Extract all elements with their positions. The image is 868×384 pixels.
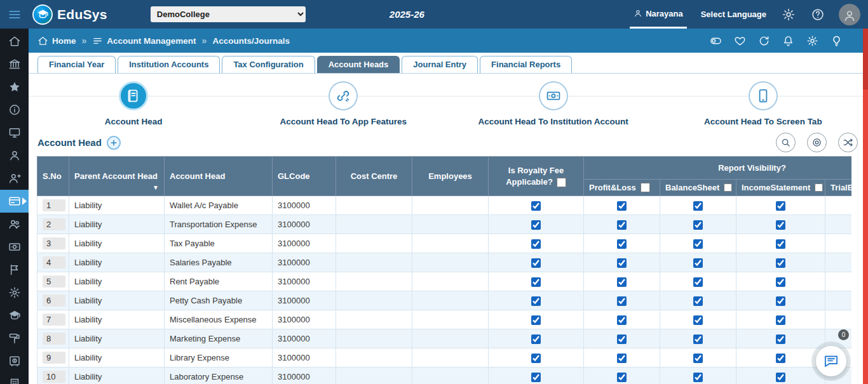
profit-loss-checkbox[interactable] bbox=[617, 296, 627, 306]
balance-sheet-checkbox[interactable] bbox=[693, 334, 703, 344]
profit-loss-checkbox[interactable] bbox=[617, 220, 627, 230]
parent-account-head-cell: Liability bbox=[69, 367, 165, 384]
page-settings-icon[interactable] bbox=[806, 35, 818, 47]
sidebar-item-user[interactable] bbox=[0, 144, 29, 167]
search-button[interactable] bbox=[776, 133, 796, 152]
balance-sheet-checkbox[interactable] bbox=[693, 296, 703, 306]
user-menu[interactable]: Narayana bbox=[630, 0, 687, 29]
toggle-icon[interactable] bbox=[710, 35, 722, 47]
profit-loss-checkbox[interactable] bbox=[617, 334, 627, 344]
royalty-checkbox[interactable] bbox=[531, 334, 541, 344]
income-statement-checkbox[interactable] bbox=[776, 354, 785, 363]
sidebar-item-flag[interactable] bbox=[0, 258, 29, 281]
profit-loss-checkbox[interactable] bbox=[617, 373, 627, 382]
breadcrumb-home[interactable]: Home bbox=[37, 36, 76, 46]
header-settings-icon[interactable] bbox=[782, 8, 796, 22]
income-statement-checkbox[interactable] bbox=[776, 220, 785, 230]
income-statement-checkbox[interactable] bbox=[776, 373, 785, 382]
sidebar-item-card[interactable] bbox=[0, 190, 29, 213]
sidebar-item-graduation[interactable] bbox=[0, 304, 29, 327]
royalty-checkbox[interactable] bbox=[531, 296, 541, 306]
balance-sheet-cell bbox=[660, 348, 736, 367]
tab-account-heads[interactable]: Account Heads bbox=[317, 56, 400, 73]
sidebar-item-user-plus[interactable] bbox=[0, 167, 29, 190]
balance-sheet-checkbox[interactable] bbox=[693, 315, 703, 325]
tab-tax-configuration[interactable]: Tax Configuration bbox=[222, 56, 315, 73]
tab-journal-entry[interactable]: Journal Entry bbox=[402, 56, 478, 73]
profit-loss-checkbox[interactable] bbox=[617, 239, 627, 249]
balance-sheet-checkbox[interactable] bbox=[693, 277, 703, 287]
profit-loss-cell bbox=[584, 329, 660, 348]
profit-loss-checkbox[interactable] bbox=[617, 277, 627, 287]
profit-loss-select-all-checkbox[interactable] bbox=[641, 183, 650, 192]
royalty-checkbox[interactable] bbox=[531, 239, 541, 249]
idea-bulb-icon[interactable] bbox=[831, 35, 843, 47]
balance-sheet-checkbox[interactable] bbox=[693, 354, 703, 363]
royalty-checkbox[interactable] bbox=[531, 220, 541, 230]
col-header-parent-account-head[interactable]: Parent Account Head ▼ bbox=[69, 157, 165, 196]
income-statement-checkbox[interactable] bbox=[776, 258, 785, 268]
feature-account-head[interactable]: Account Head bbox=[29, 81, 238, 126]
balance-sheet-checkbox[interactable] bbox=[693, 201, 703, 211]
income-statement-checkbox[interactable] bbox=[776, 296, 785, 306]
sidebar-item-home[interactable] bbox=[0, 30, 29, 53]
balance-sheet-checkbox[interactable] bbox=[693, 239, 703, 249]
sidebar-item-monitor[interactable] bbox=[0, 121, 29, 144]
sidebar-item-safe[interactable] bbox=[0, 350, 29, 373]
income-statement-checkbox[interactable] bbox=[776, 201, 785, 211]
focus-button[interactable] bbox=[807, 133, 827, 152]
income-statement-checkbox[interactable] bbox=[776, 315, 785, 325]
balance-sheet-checkbox[interactable] bbox=[693, 220, 703, 230]
sidebar-item-bank[interactable] bbox=[0, 53, 29, 76]
feature-account-head-to-app-features[interactable]: Account Head To App Features bbox=[238, 81, 448, 126]
income-statement-checkbox[interactable] bbox=[776, 239, 785, 249]
chat-widget-button[interactable]: 0 bbox=[816, 346, 846, 376]
shuffle-button[interactable] bbox=[838, 133, 858, 152]
profit-loss-checkbox[interactable] bbox=[617, 258, 627, 268]
avatar[interactable] bbox=[839, 4, 860, 25]
tab-financial-reports[interactable]: Financial Reports bbox=[480, 56, 572, 73]
plus-icon bbox=[109, 138, 118, 147]
account-head-cell: Petty Cash Payable bbox=[165, 291, 273, 310]
help-icon[interactable] bbox=[811, 8, 825, 22]
sidebar-item-users[interactable] bbox=[0, 213, 29, 235]
college-select[interactable]: DemoCollege bbox=[151, 6, 306, 22]
tab-institution-accounts[interactable]: Institution Accounts bbox=[118, 56, 220, 73]
royalty-checkbox[interactable] bbox=[531, 354, 541, 363]
sidebar-item-paint-roller[interactable] bbox=[0, 327, 29, 350]
balance-sheet-select-all-checkbox[interactable] bbox=[724, 183, 732, 192]
scrollbar-thumb[interactable] bbox=[863, 29, 868, 89]
royalty-select-all-checkbox[interactable] bbox=[557, 178, 566, 187]
refresh-icon[interactable] bbox=[758, 35, 770, 47]
sort-caret-icon[interactable]: ▼ bbox=[153, 184, 159, 191]
trial-balance-cell bbox=[825, 272, 852, 291]
royalty-checkbox[interactable] bbox=[531, 277, 541, 287]
income-statement-checkbox[interactable] bbox=[776, 334, 785, 344]
balance-sheet-checkbox[interactable] bbox=[693, 373, 703, 382]
profit-loss-checkbox[interactable] bbox=[617, 354, 627, 363]
feature-account-head-to-institution-account[interactable]: Account Head To Institution Account bbox=[449, 81, 658, 126]
sidebar-item-gear[interactable] bbox=[0, 281, 29, 304]
sidebar-item-star[interactable] bbox=[0, 76, 29, 98]
profit-loss-checkbox[interactable] bbox=[617, 315, 627, 325]
vertical-scrollbar[interactable] bbox=[863, 29, 868, 384]
royalty-checkbox[interactable] bbox=[531, 373, 541, 382]
royalty-checkbox[interactable] bbox=[531, 315, 541, 325]
breadcrumb-account-management[interactable]: Account Management bbox=[92, 36, 196, 46]
royalty-checkbox[interactable] bbox=[531, 258, 541, 268]
tab-financial-year[interactable]: Financial Year bbox=[37, 56, 116, 73]
sidebar-item-building[interactable] bbox=[0, 373, 29, 384]
add-account-head-button[interactable] bbox=[107, 136, 121, 150]
profit-loss-checkbox[interactable] bbox=[617, 201, 627, 211]
sidebar-item-money[interactable] bbox=[0, 235, 29, 258]
favorites-icon[interactable] bbox=[734, 35, 746, 47]
income-statement-select-all-checkbox[interactable] bbox=[815, 183, 823, 192]
royalty-checkbox[interactable] bbox=[531, 201, 541, 211]
income-statement-checkbox[interactable] bbox=[776, 277, 785, 287]
hamburger-menu-button[interactable] bbox=[0, 0, 29, 29]
sidebar-item-info[interactable] bbox=[0, 98, 29, 121]
feature-account-head-to-screen-tab[interactable]: Account Head To Screen Tab bbox=[658, 81, 868, 126]
balance-sheet-checkbox[interactable] bbox=[693, 258, 703, 268]
language-selector[interactable]: Select Language bbox=[701, 10, 766, 19]
notifications-icon[interactable] bbox=[782, 35, 794, 47]
